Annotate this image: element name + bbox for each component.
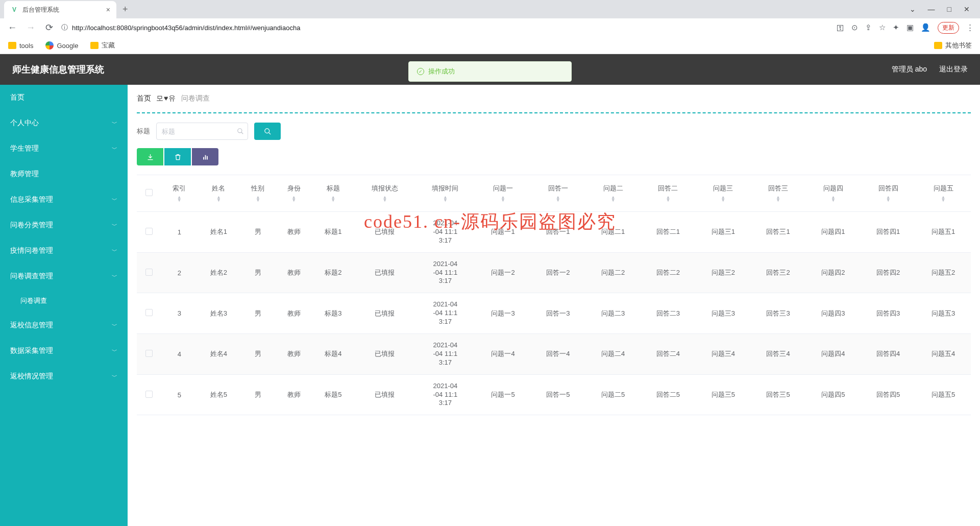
cell-a1: 回答一4 bbox=[530, 334, 585, 375]
download-button[interactable] bbox=[137, 148, 163, 165]
svg-line-1 bbox=[241, 132, 243, 134]
table-header[interactable]: 标题▲▼ bbox=[312, 175, 355, 212]
url-bar[interactable]: ⓘ http://localhost:8080/springboot43q56/… bbox=[61, 20, 830, 35]
delete-button[interactable] bbox=[164, 148, 191, 165]
table-header[interactable]: 索引▲▼ bbox=[161, 175, 197, 212]
sort-icon[interactable]: ▲▼ bbox=[331, 196, 335, 202]
cell-gender: 男 bbox=[240, 293, 276, 334]
chart-button[interactable] bbox=[192, 148, 218, 165]
sort-icon[interactable]: ▲▼ bbox=[291, 196, 296, 202]
sort-icon[interactable]: ▲▼ bbox=[443, 196, 448, 202]
bookmark-baozang[interactable]: 宝藏 bbox=[90, 41, 115, 50]
side-panel-icon[interactable]: ▣ bbox=[906, 23, 914, 32]
table-header[interactable]: 回答一▲▼ bbox=[530, 175, 585, 212]
minimize-icon[interactable]: — bbox=[928, 5, 935, 13]
chevron-down-icon[interactable]: ⌄ bbox=[910, 5, 916, 13]
table-header[interactable]: 回答二▲▼ bbox=[641, 175, 696, 212]
search-input[interactable] bbox=[156, 123, 248, 140]
puzzle-icon[interactable]: ✦ bbox=[893, 23, 899, 32]
table-header[interactable]: 回答四▲▼ bbox=[861, 175, 916, 212]
sidebar-item-label: 教师管理 bbox=[10, 170, 39, 179]
close-window-icon[interactable]: ✕ bbox=[964, 5, 970, 13]
table-header[interactable]: 性别▲▼ bbox=[240, 175, 276, 212]
sort-icon[interactable]: ▲▼ bbox=[216, 196, 221, 202]
table-header[interactable]: 身份▲▼ bbox=[276, 175, 312, 212]
sort-icon[interactable]: ▲▼ bbox=[941, 196, 946, 202]
table-header[interactable]: 填报状态▲▼ bbox=[355, 175, 415, 212]
search-button[interactable] bbox=[254, 123, 281, 140]
profile-icon[interactable]: 👤 bbox=[921, 23, 930, 32]
checkbox[interactable] bbox=[145, 228, 153, 235]
sidebar-item[interactable]: 信息采集管理﹀ bbox=[0, 187, 128, 212]
table-row[interactable]: 4姓名4男教师标题4已填报2021-04-04 11:13:17问题一4回答一4… bbox=[137, 334, 971, 375]
other-bookmarks[interactable]: 其他书签 bbox=[934, 41, 972, 50]
table-header[interactable]: 姓名▲▼ bbox=[197, 175, 240, 212]
back-button[interactable]: ← bbox=[6, 22, 18, 33]
sidebar-item[interactable]: 教师管理 bbox=[0, 161, 128, 187]
cell-q5: 问题五3 bbox=[916, 293, 971, 334]
table-header[interactable]: 问题四▲▼ bbox=[805, 175, 861, 212]
sidebar-item[interactable]: 问卷分类管理﹀ bbox=[0, 212, 128, 238]
sort-icon[interactable]: ▲▼ bbox=[611, 196, 616, 202]
sort-icon[interactable]: ▲▼ bbox=[256, 196, 260, 202]
cell-status: 已填报 bbox=[355, 334, 415, 375]
sidebar-item[interactable]: 疫情问卷管理﹀ bbox=[0, 238, 128, 264]
share-icon[interactable]: ⇪ bbox=[865, 23, 872, 32]
sort-icon[interactable]: ▲▼ bbox=[886, 196, 891, 202]
browser-chrome: V 后台管理系统 × + ⌄ — □ ✕ ← → ⟳ ⓘ http://loca… bbox=[0, 0, 980, 54]
close-icon[interactable]: × bbox=[106, 6, 110, 14]
update-button[interactable]: 更新 bbox=[938, 22, 959, 34]
cell-q2: 问题二2 bbox=[585, 252, 641, 293]
search-toggle-icon[interactable]: ⊙ bbox=[851, 23, 858, 32]
sort-icon[interactable]: ▲▼ bbox=[382, 196, 387, 202]
check-icon: ✓ bbox=[417, 68, 424, 75]
menu-icon[interactable]: ⋮ bbox=[966, 23, 974, 32]
sidebar-item[interactable]: 学生管理﹀ bbox=[0, 136, 128, 161]
checkbox[interactable] bbox=[145, 391, 153, 398]
table-row[interactable]: 2姓名2男教师标题2已填报2021-04-04 11:13:17问题一2回答一2… bbox=[137, 252, 971, 293]
reload-button[interactable]: ⟳ bbox=[43, 22, 55, 33]
table-header[interactable]: 问题三▲▼ bbox=[696, 175, 751, 212]
sort-icon[interactable]: ▲▼ bbox=[776, 196, 780, 202]
cell-role: 教师 bbox=[276, 212, 312, 253]
table-row[interactable]: 1姓名1男教师标题1已填报2021-04-04 11:13:17问题一1回答一1… bbox=[137, 212, 971, 253]
sort-icon[interactable]: ▲▼ bbox=[556, 196, 560, 202]
checkbox[interactable] bbox=[145, 309, 153, 316]
maximize-icon[interactable]: □ bbox=[947, 5, 951, 13]
logout-link[interactable]: 退出登录 bbox=[939, 65, 968, 74]
checkbox[interactable] bbox=[145, 189, 153, 196]
sort-icon[interactable]: ▲▼ bbox=[721, 196, 725, 202]
breadcrumb-home[interactable]: 首页 bbox=[137, 94, 151, 103]
table-row[interactable]: 3姓名3男教师标题3已填报2021-04-04 11:13:17问题一3回答一3… bbox=[137, 293, 971, 334]
checkbox[interactable] bbox=[145, 350, 153, 357]
sidebar-item[interactable]: 个人中心﹀ bbox=[0, 110, 128, 136]
browser-tab[interactable]: V 后台管理系统 × bbox=[4, 1, 116, 18]
cell-a4: 回答四2 bbox=[861, 252, 916, 293]
key-icon[interactable]: ⚿ bbox=[837, 23, 844, 32]
sort-icon[interactable]: ▲▼ bbox=[177, 196, 182, 202]
table-header[interactable]: 问题五▲▼ bbox=[916, 175, 971, 212]
sidebar-item[interactable]: 问卷调查管理﹀ bbox=[0, 264, 128, 289]
sort-icon[interactable]: ▲▼ bbox=[666, 196, 670, 202]
forward-button[interactable]: → bbox=[24, 22, 37, 33]
star-icon[interactable]: ☆ bbox=[879, 23, 886, 32]
table-row[interactable]: 5姓名5男教师标题5已填报2021-04-04 11:13:17问题一5回答一5… bbox=[137, 374, 971, 415]
new-tab-button[interactable]: + bbox=[122, 4, 128, 15]
sort-icon[interactable]: ▲▼ bbox=[501, 196, 505, 202]
sidebar-subitem[interactable]: 问卷调查 bbox=[0, 289, 128, 313]
sidebar-item[interactable]: 返校情况管理﹀ bbox=[0, 364, 128, 389]
bookmark-google[interactable]: Google bbox=[45, 41, 78, 50]
table-header[interactable]: 问题二▲▼ bbox=[585, 175, 641, 212]
sidebar-item[interactable]: 首页 bbox=[0, 85, 128, 110]
sidebar-item[interactable]: 返校信息管理﹀ bbox=[0, 313, 128, 338]
sort-icon[interactable]: ▲▼ bbox=[831, 196, 836, 202]
svg-rect-6 bbox=[207, 156, 208, 159]
current-user[interactable]: 管理员 abo bbox=[892, 65, 927, 74]
table-header[interactable]: 填报时间▲▼ bbox=[415, 175, 475, 212]
sidebar-item[interactable]: 数据采集管理﹀ bbox=[0, 338, 128, 364]
bookmark-tools[interactable]: tools bbox=[8, 42, 33, 50]
tab-title: 后台管理系统 bbox=[22, 6, 59, 14]
checkbox[interactable] bbox=[145, 269, 153, 276]
table-header[interactable]: 回答三▲▼ bbox=[751, 175, 806, 212]
table-header[interactable]: 问题一▲▼ bbox=[476, 175, 531, 212]
